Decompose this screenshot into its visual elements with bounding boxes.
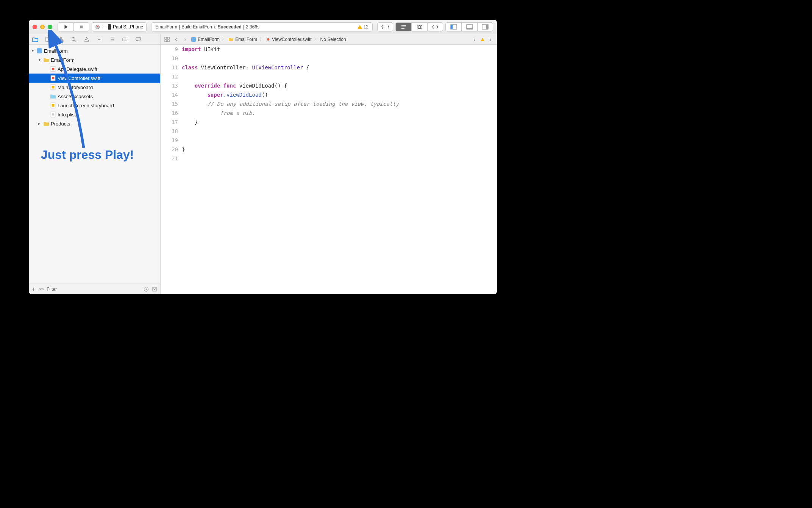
chevron-icon: 〉 (222, 36, 226, 42)
disclosure-triangle-icon[interactable]: ▼ (38, 58, 42, 62)
venn-icon (417, 24, 423, 30)
breadcrumb-folder[interactable]: EmailForm (228, 37, 257, 42)
svg-point-15 (72, 38, 75, 41)
warning-count: 12 (364, 24, 369, 30)
svg-rect-23 (37, 48, 42, 53)
project-navigator-tab[interactable] (32, 36, 39, 43)
toggle-navigator-button[interactable] (445, 22, 461, 31)
tree-file-row[interactable]: AppDelegate.swift (29, 64, 160, 74)
file-label: AppDelegate.swift (58, 66, 97, 72)
chevron-left-icon: ‹ (473, 36, 475, 43)
run-button[interactable] (58, 22, 73, 31)
breakpoint-icon (122, 38, 128, 41)
svg-rect-17 (167, 37, 169, 39)
svg-point-22 (267, 38, 269, 41)
svg-rect-18 (165, 40, 167, 42)
filter-input[interactable] (47, 287, 141, 292)
scheme-target-label: Paul S...Phone (113, 24, 143, 30)
chevron-right-icon: 〉 (102, 24, 106, 30)
test-navigator-tab[interactable] (96, 36, 103, 43)
breadcrumb-project[interactable]: EmailForm (191, 37, 220, 42)
svg-rect-13 (59, 41, 60, 42)
zoom-icon[interactable] (48, 25, 52, 29)
file-label: Info.plist (58, 112, 76, 118)
svg-point-35 (42, 288, 44, 290)
add-icon[interactable]: + (32, 286, 35, 293)
scheme-selector[interactable]: 〉 Paul S...Phone (92, 22, 147, 31)
tree-products-folder[interactable]: ▶ Products (29, 119, 160, 128)
breadcrumb-selection[interactable]: No Selection (320, 37, 346, 42)
tree-file-row[interactable]: Assets.xcassets (29, 92, 160, 101)
clock-icon[interactable] (144, 287, 149, 292)
find-navigator-tab[interactable] (70, 36, 77, 43)
toggle-inspector-button[interactable] (477, 22, 493, 31)
svg-rect-6 (451, 25, 453, 29)
file-icon (50, 111, 56, 118)
disclosure-triangle-icon[interactable]: ▶ (38, 122, 42, 125)
navigator-bar: ‹ › EmailForm 〉 EmailForm 〉 ViewControll… (29, 34, 497, 45)
tree-file-row[interactable]: Main.storyboard (29, 83, 160, 92)
back-button[interactable]: ‹ (173, 36, 180, 43)
stop-button[interactable] (73, 22, 89, 31)
standard-editor-button[interactable] (395, 22, 411, 31)
activity-viewer[interactable]: EmailForm | Build EmailForm: Succeeded |… (151, 22, 373, 31)
grid-icon (164, 37, 170, 42)
breakpoint-navigator-tab[interactable] (122, 36, 129, 43)
device-icon (108, 24, 111, 30)
tree-file-row[interactable]: Info.plist (29, 110, 160, 119)
lines-icon (401, 25, 407, 29)
svg-rect-10 (486, 25, 488, 29)
chevron-icon: 〉 (259, 36, 264, 42)
assistant-editor-button[interactable] (411, 22, 427, 31)
chevron-icon: 〉 (314, 36, 318, 42)
search-icon (71, 37, 77, 42)
tree-file-row[interactable]: LaunchScreen.storyboard (29, 101, 160, 110)
svg-point-34 (41, 288, 42, 290)
tree-folder[interactable]: ▼ EmailForm (29, 55, 160, 64)
debug-navigator-tab[interactable] (109, 36, 116, 43)
related-items-button[interactable] (164, 36, 170, 43)
tree-project-root[interactable]: ▼ EmailForm (29, 46, 160, 55)
code-content[interactable]: import UIKit class ViewController: UIVie… (182, 45, 497, 294)
project-icon (191, 37, 196, 42)
issue-navigator-tab[interactable] (83, 36, 90, 43)
report-navigator-tab[interactable] (135, 36, 142, 43)
file-icon (50, 93, 56, 99)
toggle-debug-button[interactable] (461, 22, 477, 31)
play-icon (63, 24, 69, 30)
file-icon (50, 84, 56, 90)
tree-file-row[interactable]: ViewController.swift (29, 74, 160, 83)
source-control-tab[interactable] (45, 36, 52, 43)
scm-filter-icon[interactable] (152, 287, 157, 292)
list-icon (110, 37, 115, 42)
status-project: EmailForm (155, 24, 177, 30)
braces-icon: { } (381, 24, 389, 30)
editor-mode-segment (395, 22, 443, 31)
warning-icon[interactable] (481, 38, 484, 41)
file-label: LaunchScreen.storyboard (58, 103, 114, 108)
bottom-panel-icon (466, 24, 473, 30)
previous-issue-button[interactable]: ‹ (471, 36, 478, 43)
forward-button[interactable]: › (182, 36, 189, 43)
file-tree: ▼ EmailForm ▼ EmailForm AppDelegate.swif… (29, 45, 160, 284)
close-icon[interactable] (33, 25, 37, 29)
minimize-icon[interactable] (40, 25, 45, 29)
folder-icon (43, 57, 49, 63)
version-editor-button[interactable] (427, 22, 443, 31)
warnings-badge[interactable]: 12 (358, 24, 369, 30)
window-controls (33, 25, 52, 29)
next-issue-button[interactable]: › (487, 36, 494, 43)
code-snippets-button[interactable]: { } (377, 22, 393, 31)
compare-icon (432, 25, 439, 29)
arrows-icon (97, 37, 102, 42)
square-x-icon (45, 37, 51, 42)
breadcrumb-file[interactable]: ViewController.swift (266, 37, 311, 42)
comment-icon (136, 37, 141, 42)
symbol-navigator-tab[interactable] (58, 36, 64, 43)
filter-bar: + (29, 284, 160, 294)
chevron-right-icon: › (184, 36, 186, 43)
file-label: Assets.xcassets (58, 94, 93, 99)
code-editor[interactable]: 9101112131415161718192021 import UIKit c… (161, 45, 497, 294)
navigator-tabs (29, 34, 161, 44)
disclosure-triangle-icon[interactable]: ▼ (31, 49, 35, 53)
